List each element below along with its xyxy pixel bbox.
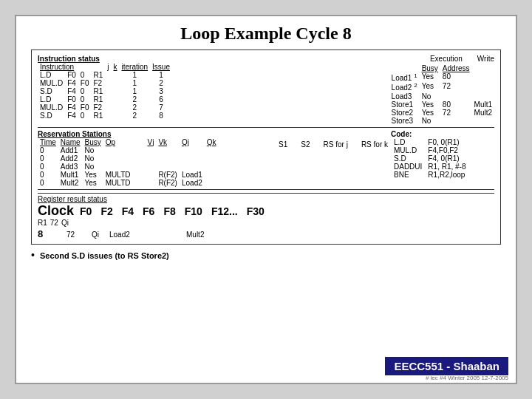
r1-label: R1 xyxy=(38,219,47,227)
clock-row: Clock R1 72 Qi F0 F2 xyxy=(38,203,494,227)
qi-blank: Qi xyxy=(92,231,106,239)
write-header: Write xyxy=(477,55,494,63)
table-row: MUL.DF4F0F227 xyxy=(38,103,172,112)
execution-section: Execution Write Busy Address Load1 1Yes8… xyxy=(332,55,494,125)
f8-label: F8 xyxy=(163,205,175,217)
bullet-icon: • xyxy=(31,249,35,261)
clock-label: Clock xyxy=(38,203,74,219)
table-row: Store3No xyxy=(389,117,494,125)
instruction-table: Instruction j k iteration Issue L.DF00R1… xyxy=(38,63,172,120)
issue-col: Issue xyxy=(152,63,170,71)
eecc-label: EECC551 xyxy=(394,360,443,372)
f12-label: F12... xyxy=(211,205,238,217)
f0-group: F0 xyxy=(80,205,92,217)
f4-label: F4 xyxy=(122,205,134,217)
content-area: Instruction status Instruction j k itera… xyxy=(31,50,501,245)
table-row: Load3No xyxy=(389,92,494,100)
table-row: Store2Yes72Mult2 xyxy=(389,109,494,117)
table-row: 0Mult2YesMULTDR(F2)Load2 xyxy=(38,179,219,187)
f0-label: F0 xyxy=(80,205,92,217)
rs-section: Reservation Stations Time Name Busy Op V… xyxy=(38,130,276,187)
f2-group: F2 xyxy=(100,205,112,217)
table-row: 0Mult1YesMULTDR(F2)Load1 xyxy=(38,171,219,179)
table-row: S.DF40R113 xyxy=(38,87,172,95)
f-register-values: F0 F2 F4 F6 xyxy=(80,205,265,217)
slide: Loop Example Cycle 8 Instruction status … xyxy=(15,15,517,384)
rs-headers: S1S2RS for jRS for k xyxy=(279,130,388,187)
bullet-section: • Second S.D issues (to RS Store2) xyxy=(31,249,501,261)
table-row: S.DF4, 0(R1) xyxy=(391,154,468,163)
reg-result-title: Register result status xyxy=(38,195,494,203)
qi-label: Qi xyxy=(61,219,69,227)
eecc-shaaban: Shaaban xyxy=(453,360,499,372)
bullet-text: Second S.D issues (to RS Store2) xyxy=(40,251,169,260)
table-row: 0Add2No xyxy=(38,154,219,163)
eecc-dash: - xyxy=(443,360,453,372)
table-row: L.DF00R126 xyxy=(38,95,172,103)
iter-col: iteration xyxy=(122,63,149,71)
table-row: DADDUIR1, R1, #-8 xyxy=(391,163,468,171)
r1-group: R1 72 Qi xyxy=(38,219,74,227)
code-table: L.DF0, 0(R1) MUL.DF4,F0,F2 S.DF4, 0(R1) … xyxy=(391,138,468,179)
load2-value: Load2 xyxy=(109,231,154,239)
table-row: 0Add1No xyxy=(38,146,219,154)
r1-value: 72 xyxy=(50,219,58,227)
r1-num: 72 xyxy=(66,231,89,239)
rs-title: Reservation Stations xyxy=(38,130,276,138)
j-col: j xyxy=(107,63,109,71)
exec-header: Execution xyxy=(430,55,463,63)
table-row: 0Add3No xyxy=(38,163,219,171)
mult2-value: Mult2 xyxy=(186,231,231,239)
f12-group: F12... xyxy=(211,205,238,217)
f4-group: F4 xyxy=(122,205,134,217)
clock-value-row: 8 72 Qi Load2 Mult2 xyxy=(38,228,494,239)
code-label: Code: xyxy=(391,130,494,138)
page-title: Loop Example Cycle 8 xyxy=(31,24,501,44)
f6-label: F6 xyxy=(143,205,154,217)
exec-table: Busy Address Load1 1Yes80 Load2 2Yes72 L… xyxy=(389,64,494,125)
f30-label: F30 xyxy=(247,205,265,217)
clock-section: Register result status Clock R1 72 Qi F0 xyxy=(38,193,494,239)
rs-area: Reservation Stations Time Name Busy Op V… xyxy=(38,130,494,187)
table-row: BNER1,R2,loop xyxy=(391,171,468,179)
table-row: MUL.DF4F0F212 xyxy=(38,79,172,87)
f8-group: F8 xyxy=(163,205,175,217)
instruction-status-title: Instruction status xyxy=(38,55,329,63)
table-row: S.DF40R128 xyxy=(38,112,172,120)
f10-group: F10 xyxy=(185,205,202,217)
instruction-status-section: Instruction status Instruction j k itera… xyxy=(38,55,329,125)
table-row: L.DF00R111 xyxy=(38,71,172,79)
code-section: Code: L.DF0, 0(R1) MUL.DF4,F0,F2 S.DF4, … xyxy=(391,130,494,187)
table-row: L.DF0, 0(R1) xyxy=(391,138,468,146)
table-row: Load2 2Yes72 xyxy=(389,82,494,92)
f30-group: F30 xyxy=(247,205,265,217)
table-row: MUL.DF4,F0,F2 xyxy=(391,146,468,154)
clock-number: 8 xyxy=(38,228,64,239)
slide-footer: # lec #4 Winter 2005 12-7-2005 xyxy=(426,375,508,381)
table-row: Store1Yes80Mult1 xyxy=(389,100,494,109)
eecc-box: EECC551 - Shaaban xyxy=(385,357,508,375)
f10-label: F10 xyxy=(185,205,202,217)
instr-col-header: Instruction xyxy=(40,63,74,71)
k-col: k xyxy=(114,63,117,71)
clock-label-group: Clock R1 72 Qi xyxy=(38,203,74,227)
f2-label: F2 xyxy=(100,205,112,217)
f6-group: F6 xyxy=(143,205,154,217)
rs-table: Time Name Busy Op Vj Vk Qj Qk 0Add1No 0A… xyxy=(38,138,219,187)
table-row: Load1 1Yes80 xyxy=(389,72,494,82)
